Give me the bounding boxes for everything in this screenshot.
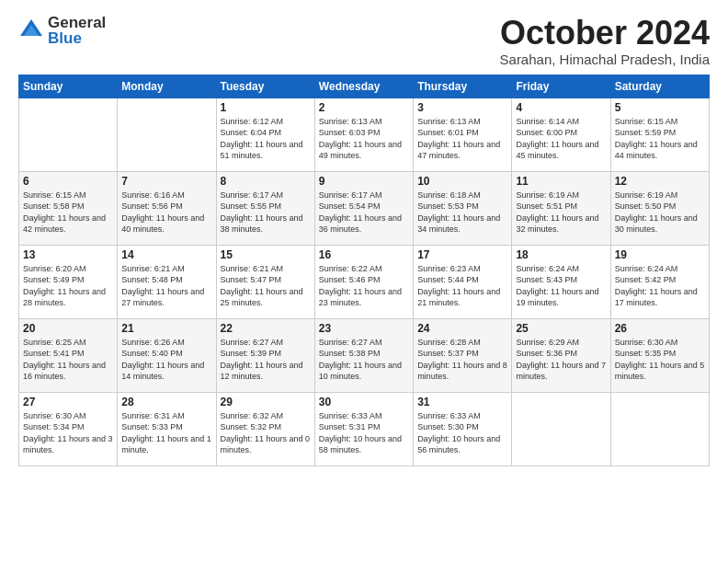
day-number: 27 (23, 396, 113, 408)
calendar-cell: 20Sunrise: 6:25 AMSunset: 5:41 PMDayligh… (19, 318, 118, 392)
day-number: 8 (221, 175, 311, 188)
calendar-cell: 8Sunrise: 6:17 AMSunset: 5:55 PMDaylight… (216, 171, 314, 245)
calendar-cell: 18Sunrise: 6:24 AMSunset: 5:43 PMDayligh… (512, 245, 610, 318)
logo-text: General Blue (48, 15, 106, 46)
calendar-week-4: 20Sunrise: 6:25 AMSunset: 5:41 PMDayligh… (19, 318, 710, 392)
day-number: 6 (23, 175, 113, 188)
day-number: 16 (319, 248, 409, 261)
cell-content: Sunrise: 6:17 AMSunset: 5:54 PMDaylight:… (319, 190, 409, 236)
day-number: 4 (516, 101, 606, 114)
day-number: 18 (516, 248, 606, 261)
header-row: Sunday Monday Tuesday Wednesday Thursday… (19, 75, 710, 98)
calendar-cell: 24Sunrise: 6:28 AMSunset: 5:37 PMDayligh… (414, 318, 512, 392)
title-area: October 2024 Sarahan, Himachal Pradesh, … (500, 15, 710, 67)
day-number: 29 (221, 396, 311, 408)
cell-content: Sunrise: 6:16 AMSunset: 5:56 PMDaylight:… (121, 190, 211, 236)
day-number: 1 (221, 101, 311, 114)
calendar-cell: 12Sunrise: 6:19 AMSunset: 5:50 PMDayligh… (610, 171, 709, 245)
cell-content: Sunrise: 6:12 AMSunset: 6:04 PMDaylight:… (221, 116, 311, 162)
day-number: 7 (121, 175, 211, 188)
calendar-cell: 27Sunrise: 6:30 AMSunset: 5:34 PMDayligh… (19, 392, 118, 465)
cell-content: Sunrise: 6:33 AMSunset: 5:30 PMDaylight:… (417, 410, 507, 456)
cell-content: Sunrise: 6:17 AMSunset: 5:55 PMDaylight:… (221, 190, 311, 236)
cell-content: Sunrise: 6:19 AMSunset: 5:50 PMDaylight:… (615, 190, 705, 236)
cell-content: Sunrise: 6:20 AMSunset: 5:49 PMDaylight:… (23, 263, 113, 309)
logo-general: General (48, 15, 106, 30)
day-number: 10 (417, 175, 507, 188)
day-number: 14 (121, 248, 211, 261)
calendar-week-3: 13Sunrise: 6:20 AMSunset: 5:49 PMDayligh… (19, 245, 710, 318)
calendar-week-2: 6Sunrise: 6:15 AMSunset: 5:58 PMDaylight… (19, 171, 710, 245)
day-number: 23 (319, 322, 409, 335)
cell-content: Sunrise: 6:23 AMSunset: 5:44 PMDaylight:… (417, 263, 507, 309)
calendar-cell: 16Sunrise: 6:22 AMSunset: 5:46 PMDayligh… (314, 245, 413, 318)
calendar-cell: 10Sunrise: 6:18 AMSunset: 5:53 PMDayligh… (414, 171, 512, 245)
calendar-cell: 23Sunrise: 6:27 AMSunset: 5:38 PMDayligh… (314, 318, 413, 392)
day-number: 2 (319, 101, 409, 114)
cell-content: Sunrise: 6:18 AMSunset: 5:53 PMDaylight:… (417, 190, 507, 236)
calendar-cell: 29Sunrise: 6:32 AMSunset: 5:32 PMDayligh… (216, 392, 314, 465)
day-number: 20 (23, 322, 113, 335)
calendar-header: Sunday Monday Tuesday Wednesday Thursday… (19, 75, 710, 98)
calendar-cell (610, 392, 709, 465)
day-number: 31 (417, 396, 507, 408)
calendar-cell: 3Sunrise: 6:13 AMSunset: 6:01 PMDaylight… (414, 98, 512, 171)
calendar-cell: 13Sunrise: 6:20 AMSunset: 5:49 PMDayligh… (19, 245, 118, 318)
col-friday: Friday (512, 75, 610, 98)
calendar-cell: 19Sunrise: 6:24 AMSunset: 5:42 PMDayligh… (610, 245, 709, 318)
cell-content: Sunrise: 6:31 AMSunset: 5:33 PMDaylight:… (121, 410, 211, 456)
calendar-cell: 28Sunrise: 6:31 AMSunset: 5:33 PMDayligh… (118, 392, 216, 465)
cell-content: Sunrise: 6:13 AMSunset: 6:01 PMDaylight:… (417, 116, 507, 162)
calendar-cell: 21Sunrise: 6:26 AMSunset: 5:40 PMDayligh… (118, 318, 216, 392)
day-number: 25 (516, 322, 606, 335)
day-number: 5 (615, 101, 705, 114)
day-number: 30 (319, 396, 409, 408)
calendar-body: 1Sunrise: 6:12 AMSunset: 6:04 PMDaylight… (19, 98, 710, 465)
calendar-cell: 25Sunrise: 6:29 AMSunset: 5:36 PMDayligh… (512, 318, 610, 392)
cell-content: Sunrise: 6:13 AMSunset: 6:03 PMDaylight:… (319, 116, 409, 162)
day-number: 3 (417, 101, 507, 114)
logo-icon (18, 17, 44, 43)
cell-content: Sunrise: 6:30 AMSunset: 5:35 PMDaylight:… (615, 337, 705, 383)
cell-content: Sunrise: 6:24 AMSunset: 5:42 PMDaylight:… (615, 263, 705, 309)
col-saturday: Saturday (610, 75, 709, 98)
day-number: 12 (615, 175, 705, 188)
calendar-cell: 15Sunrise: 6:21 AMSunset: 5:47 PMDayligh… (216, 245, 314, 318)
day-number: 17 (417, 248, 507, 261)
cell-content: Sunrise: 6:15 AMSunset: 5:59 PMDaylight:… (615, 116, 705, 162)
calendar-cell (118, 98, 216, 171)
page: General Blue October 2024 Sarahan, Himac… (0, 0, 728, 476)
col-thursday: Thursday (414, 75, 512, 98)
cell-content: Sunrise: 6:27 AMSunset: 5:39 PMDaylight:… (221, 337, 311, 383)
day-number: 13 (23, 248, 113, 261)
day-number: 28 (121, 396, 211, 408)
subtitle: Sarahan, Himachal Pradesh, India (500, 52, 710, 67)
day-number: 9 (319, 175, 409, 188)
day-number: 24 (417, 322, 507, 335)
calendar-cell: 17Sunrise: 6:23 AMSunset: 5:44 PMDayligh… (414, 245, 512, 318)
cell-content: Sunrise: 6:25 AMSunset: 5:41 PMDaylight:… (23, 337, 113, 383)
cell-content: Sunrise: 6:21 AMSunset: 5:47 PMDaylight:… (221, 263, 311, 309)
day-number: 19 (615, 248, 705, 261)
calendar-cell: 2Sunrise: 6:13 AMSunset: 6:03 PMDaylight… (314, 98, 413, 171)
col-wednesday: Wednesday (314, 75, 413, 98)
cell-content: Sunrise: 6:22 AMSunset: 5:46 PMDaylight:… (319, 263, 409, 309)
logo-blue: Blue (48, 30, 106, 46)
calendar-cell: 11Sunrise: 6:19 AMSunset: 5:51 PMDayligh… (512, 171, 610, 245)
calendar-cell: 22Sunrise: 6:27 AMSunset: 5:39 PMDayligh… (216, 318, 314, 392)
cell-content: Sunrise: 6:14 AMSunset: 6:00 PMDaylight:… (516, 116, 606, 162)
calendar-cell (19, 98, 118, 171)
cell-content: Sunrise: 6:24 AMSunset: 5:43 PMDaylight:… (516, 263, 606, 309)
col-sunday: Sunday (19, 75, 118, 98)
cell-content: Sunrise: 6:15 AMSunset: 5:58 PMDaylight:… (23, 190, 113, 236)
col-monday: Monday (118, 75, 216, 98)
cell-content: Sunrise: 6:21 AMSunset: 5:48 PMDaylight:… (121, 263, 211, 309)
calendar-cell: 26Sunrise: 6:30 AMSunset: 5:35 PMDayligh… (610, 318, 709, 392)
calendar-week-5: 27Sunrise: 6:30 AMSunset: 5:34 PMDayligh… (19, 392, 710, 465)
cell-content: Sunrise: 6:27 AMSunset: 5:38 PMDaylight:… (319, 337, 409, 383)
calendar-cell: 7Sunrise: 6:16 AMSunset: 5:56 PMDaylight… (118, 171, 216, 245)
calendar-cell: 9Sunrise: 6:17 AMSunset: 5:54 PMDaylight… (314, 171, 413, 245)
calendar-cell (512, 392, 610, 465)
cell-content: Sunrise: 6:30 AMSunset: 5:34 PMDaylight:… (23, 410, 113, 456)
calendar-week-1: 1Sunrise: 6:12 AMSunset: 6:04 PMDaylight… (19, 98, 710, 171)
